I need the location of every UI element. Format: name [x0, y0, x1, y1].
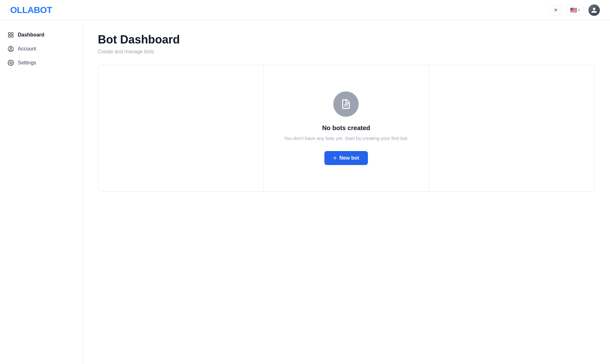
- document-icon: [340, 98, 352, 110]
- sidebar-item-settings-label: Settings: [18, 60, 36, 66]
- sun-icon: ☀: [553, 7, 558, 14]
- sidebar-item-account-label: Account: [18, 46, 36, 52]
- logo: OLLABOT: [10, 5, 52, 15]
- main-content: Bot Dashboard Create and manage bots. No…: [83, 20, 610, 364]
- empty-state-subtitle: You don't have any bots yet. Start by cr…: [284, 135, 409, 142]
- svg-rect-3: [9, 36, 10, 37]
- sidebar: Dashboard Account Settings: [0, 20, 83, 364]
- new-bot-label: New bot: [339, 155, 359, 161]
- svg-rect-2: [11, 36, 13, 37]
- page-title: Bot Dashboard: [98, 33, 595, 46]
- plus-icon: +: [333, 155, 337, 161]
- page-subtitle: Create and manage bots.: [98, 49, 595, 55]
- grid-panel-center: No bots created You don't have any bots …: [264, 65, 429, 191]
- sidebar-item-dashboard-label: Dashboard: [18, 32, 44, 38]
- svg-point-6: [10, 62, 12, 64]
- language-selector[interactable]: 🇺🇸 ▾: [566, 5, 583, 15]
- layout: Dashboard Account Settings: [0, 20, 610, 364]
- header: OLLABOT ☀ 🇺🇸 ▾: [0, 0, 610, 20]
- sidebar-item-dashboard[interactable]: Dashboard: [0, 28, 82, 42]
- header-right: ☀ 🇺🇸 ▾: [550, 4, 600, 16]
- flag-icon: 🇺🇸: [570, 7, 577, 14]
- sidebar-item-settings[interactable]: Settings: [0, 56, 82, 70]
- dashboard-grid: No bots created You don't have any bots …: [98, 65, 595, 192]
- dashboard-icon: [8, 32, 14, 38]
- svg-point-5: [10, 47, 12, 49]
- chevron-down-icon: ▾: [578, 8, 580, 12]
- grid-panel-right: [429, 65, 594, 191]
- theme-toggle-button[interactable]: ☀: [550, 4, 561, 16]
- empty-state-title: No bots created: [322, 124, 370, 132]
- avatar[interactable]: [588, 4, 600, 16]
- svg-rect-1: [11, 33, 13, 35]
- grid-panel-left: [98, 65, 264, 191]
- new-bot-button[interactable]: + New bot: [324, 151, 368, 165]
- svg-rect-0: [9, 33, 10, 35]
- account-icon: [8, 46, 14, 52]
- settings-icon: [8, 60, 14, 66]
- sidebar-item-account[interactable]: Account: [0, 42, 82, 56]
- empty-state-icon-wrapper: [333, 91, 359, 117]
